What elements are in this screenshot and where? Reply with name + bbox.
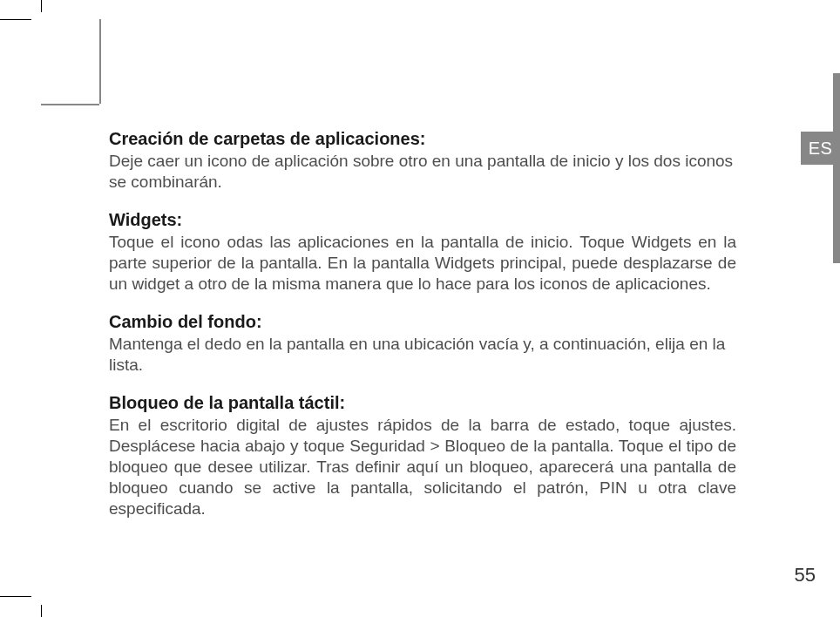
section-lock-touchscreen: Bloqueo de la pantalla táctil: En el esc… xyxy=(109,391,736,519)
margin-rule xyxy=(41,104,99,105)
content: Creación de carpetas de aplicaciones: De… xyxy=(109,127,736,535)
language-tab: ES xyxy=(801,132,840,165)
section-body: Mantenga el dedo en la pantalla en una u… xyxy=(109,334,736,376)
section-body: Toque el icono odas las aplicaciones en … xyxy=(109,232,736,295)
crop-mark xyxy=(41,0,42,12)
side-strip xyxy=(833,73,840,263)
section-heading: Bloqueo de la pantalla táctil: xyxy=(109,391,736,414)
section-heading: Cambio del fondo: xyxy=(109,310,736,333)
margin-rule xyxy=(99,19,101,104)
section-body: Deje caer un icono de aplicación sobre o… xyxy=(109,151,736,193)
section-widgets: Widgets: Toque el icono odas las aplicac… xyxy=(109,208,736,295)
section-change-wallpaper: Cambio del fondo: Mantenga el dedo en la… xyxy=(109,310,736,376)
section-body: En el escritorio digital de ajustes rápi… xyxy=(109,415,736,519)
crop-mark xyxy=(0,596,31,597)
section-heading: Widgets: xyxy=(109,208,736,231)
page-number: 55 xyxy=(795,564,816,586)
section-creating-app-folders: Creación de carpetas de aplicaciones: De… xyxy=(109,127,736,193)
crop-mark xyxy=(0,19,31,20)
page: ES Creación de carpetas de aplicaciones:… xyxy=(41,19,840,597)
section-heading: Creación de carpetas de aplicaciones: xyxy=(109,127,736,150)
crop-mark xyxy=(41,605,42,617)
